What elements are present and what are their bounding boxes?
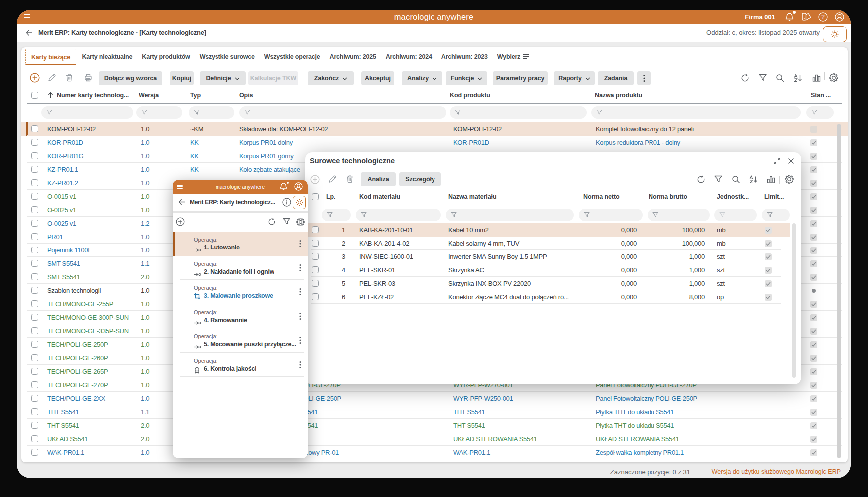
svg-text:?: ? (821, 13, 825, 20)
